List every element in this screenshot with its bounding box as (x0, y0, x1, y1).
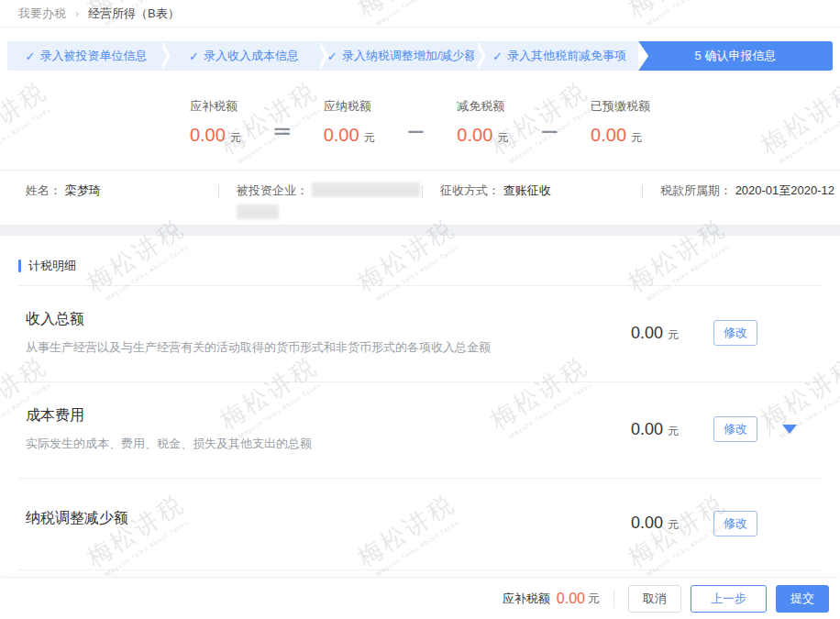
tax-detail-card: 计税明细 收入总额 从事生产经营以及与生产经营有关的活动取得的货币形式和非货币形… (0, 236, 840, 583)
metric-tax-prepaid: 已预缴税额 0.00 元 (591, 98, 650, 146)
step-label: 5 确认申报信息 (695, 48, 777, 64)
step-label: 录入纳税调整增加/减少额 (342, 48, 477, 64)
top-section: ✓ 录入被投资单位信息 ✓ 录入收入成本信息 ✓ 录入纳税调整增加/减少额 ✓ … (0, 28, 840, 225)
previous-step-button[interactable]: 上一步 (691, 585, 767, 613)
step-5-confirm-active[interactable]: 5 确认申报信息 (638, 41, 833, 71)
metric-label: 应补税额 (190, 98, 241, 115)
row-description: 实际发生的成本、费用、税金、损失及其他支出的总额 (26, 436, 312, 452)
info-collection-method: 征收方式： 查账征收 (422, 182, 642, 219)
edit-button[interactable]: 修改 (713, 320, 757, 346)
footer-tax-due-label: 应补税额 (503, 591, 550, 607)
detail-row-cost-expense: 成本费用 实际发生的成本、费用、税金、损失及其他支出的总额 0.00 元 修改 (18, 382, 822, 479)
row-amount: 0.00 (631, 324, 663, 343)
metric-value: 0.00 (591, 125, 626, 146)
redacted-company-name (312, 182, 420, 197)
minus-operator: − (406, 119, 426, 146)
breadcrumb-current: 经营所得（B表） (88, 6, 180, 22)
tax-summary-equation: 应补税额 0.00 元 = 应纳税额 0.00 元 − 减免税额 0.00 元 … (0, 71, 840, 170)
breadcrumb-root[interactable]: 我要办税 (18, 6, 66, 22)
check-icon: ✓ (492, 50, 503, 63)
detail-row-total-income: 收入总额 从事生产经营以及与生产经营有关的活动取得的货币形式和非货币形式的各项收… (18, 286, 822, 382)
check-icon: ✓ (189, 50, 199, 63)
metric-unit: 元 (364, 130, 375, 146)
footer-divider (613, 590, 614, 608)
row-amount: 0.00 (631, 514, 663, 533)
row-title: 纳税调整减少额 (26, 509, 128, 528)
footer-tax-due-value: 0.00 (557, 591, 585, 607)
step-label: 录入其他税前减免事项 (507, 48, 626, 64)
step-label: 录入收入成本信息 (204, 48, 299, 64)
section-accent-bar (18, 260, 21, 272)
section-header: 计税明细 (18, 236, 822, 286)
cancel-button[interactable]: 取消 (628, 585, 681, 613)
step-1-invested-unit[interactable]: ✓ 录入被投资单位信息 (7, 41, 165, 71)
info-name: 姓名： 栾梦琦 (0, 182, 218, 219)
row-amount-unit: 元 (668, 424, 679, 439)
info-value: 栾梦琦 (65, 183, 101, 197)
info-label: 被投资企业： (237, 183, 308, 197)
info-invested-enterprise: 被投资企业： (218, 182, 422, 219)
metric-tax-due: 应补税额 0.00 元 (190, 98, 241, 146)
info-label: 姓名： (26, 183, 61, 197)
metric-unit: 元 (497, 130, 508, 146)
info-tax-period: 税款所属期： 2020-01至2020-12 (642, 182, 840, 219)
equals-operator: = (272, 119, 293, 146)
breadcrumb: 我要办税 › 经营所得（B表） (0, 0, 840, 28)
row-title: 成本费用 (26, 406, 312, 426)
row-title: 收入总额 (26, 310, 491, 329)
submit-button[interactable]: 提交 (776, 585, 829, 613)
bottom-action-bar: 应补税额 0.00 元 取消 上一步 提交 (0, 579, 840, 619)
redacted-company-name-line2 (237, 204, 279, 219)
footer-tax-due-unit: 元 (588, 591, 600, 607)
metric-value: 0.00 (457, 125, 492, 146)
taxpayer-info-bar: 姓名： 栾梦琦 被投资企业： 征收方式： 查账征收 税款所属期： 2020-01… (0, 170, 840, 225)
info-value: 查账征收 (503, 183, 551, 197)
check-icon: ✓ (327, 50, 337, 63)
step-2-income-cost[interactable]: ✓ 录入收入成本信息 (165, 41, 323, 71)
step-3-tax-adjust[interactable]: ✓ 录入纳税调整增加/减少额 (323, 41, 481, 71)
step-label: 录入被投资单位信息 (39, 48, 147, 64)
metric-value: 0.00 (190, 125, 226, 146)
expand-caret-down-icon[interactable] (782, 425, 797, 434)
detail-row-tax-adjust-decrease: 纳税调整减少额 0.00 元 修改 (18, 479, 822, 570)
row-amount-unit: 元 (668, 327, 679, 343)
info-value: 2020-01至2020-12 (735, 183, 834, 197)
minus-operator: − (539, 119, 559, 146)
row-amount: 0.00 (631, 420, 663, 439)
info-label: 征收方式： (440, 183, 500, 197)
edit-button[interactable]: 修改 (713, 416, 757, 442)
row-extra-space (757, 421, 822, 437)
section-title: 计税明细 (28, 258, 76, 274)
metric-label: 减免税额 (457, 98, 508, 115)
edit-button[interactable]: 修改 (713, 511, 757, 536)
row-description: 从事生产经营以及与生产经营有关的活动取得的货币形式和非货币形式的各项收入总金额 (26, 339, 491, 356)
metric-unit: 元 (631, 130, 642, 146)
check-icon: ✓ (26, 50, 36, 63)
step-4-pre-tax-relief[interactable]: ✓ 录入其他税前减免事项 (481, 41, 638, 71)
vertical-divider (769, 421, 770, 437)
info-label: 税款所属期： (660, 183, 732, 197)
step-nav: ✓ 录入被投资单位信息 ✓ 录入收入成本信息 ✓ 录入纳税调整增加/减少额 ✓ … (7, 41, 833, 71)
metric-unit: 元 (230, 130, 241, 146)
metric-label: 已预缴税额 (591, 98, 650, 115)
metric-label: 应纳税额 (324, 98, 375, 115)
metric-tax-reduced: 减免税额 0.00 元 (457, 98, 508, 146)
row-amount-unit: 元 (668, 517, 679, 533)
breadcrumb-separator-icon: › (75, 7, 79, 20)
metric-tax-payable: 应纳税额 0.00 元 (324, 98, 375, 146)
metric-value: 0.00 (324, 125, 359, 146)
